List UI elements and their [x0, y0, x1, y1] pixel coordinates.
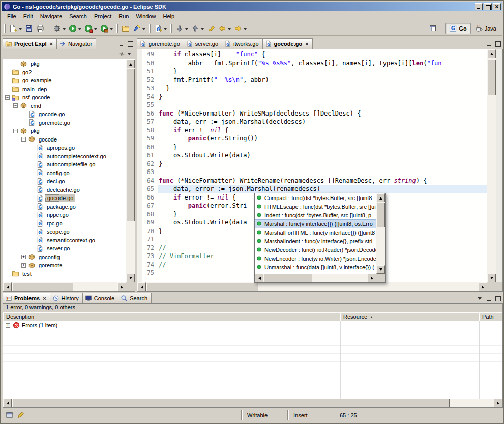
- perspective-go[interactable]: Go: [445, 23, 470, 34]
- code-line-50[interactable]: 50 abbr = fmt.Sprintf("%s %s%s", classes…: [137, 59, 487, 68]
- view-tab-search[interactable]: Search: [118, 293, 152, 303]
- problems-horizontal-scrollbar[interactable]: [3, 399, 502, 407]
- tree-item-apropos-go[interactable]: apropos.go: [3, 144, 126, 152]
- close-icon[interactable]: ×: [43, 296, 46, 301]
- close-button[interactable]: [493, 3, 501, 10]
- back-button[interactable]: [217, 23, 232, 34]
- scroll-right-button[interactable]: [494, 399, 502, 407]
- last-edit-button[interactable]: [206, 23, 216, 34]
- tree-item-config-go[interactable]: config.go: [3, 169, 126, 178]
- tree-item-nsf-gocode[interactable]: −nsf-gocode: [3, 93, 126, 102]
- tree-item-semanticcontext-go[interactable]: semanticcontext.go: [3, 236, 126, 245]
- expander-minus-icon[interactable]: −: [13, 129, 18, 133]
- tree-item-go2[interactable]: go2: [3, 68, 126, 77]
- menu-edit[interactable]: Edit: [20, 12, 37, 21]
- minimize-view-button[interactable]: [117, 40, 125, 47]
- forward-button[interactable]: [233, 23, 248, 34]
- explorer-tab-navigator[interactable]: Navigator: [56, 38, 96, 49]
- code-line-62[interactable]: 62}: [137, 160, 487, 168]
- menu-project[interactable]: Project: [91, 12, 115, 21]
- tree-item-ripper-go[interactable]: ripper.go: [3, 211, 126, 219]
- code-line-55[interactable]: 55: [137, 101, 487, 109]
- link-editor-button[interactable]: [117, 50, 126, 58]
- code-line-64[interactable]: 64func (*NiceFormatter) WriteRename(rena…: [137, 177, 487, 185]
- scroll-left-button[interactable]: [255, 274, 263, 282]
- scroll-up-button[interactable]: [376, 193, 385, 202]
- open-perspective-button[interactable]: [428, 23, 438, 34]
- dropdown-arrow-icon[interactable]: [110, 28, 113, 32]
- scroll-right-button[interactable]: [117, 282, 126, 291]
- new-wizard-button[interactable]: [8, 23, 23, 34]
- autocomplete-item[interactable]: Indent : func(dst *bytes.Buffer, src []u…: [255, 211, 376, 219]
- code-line-54[interactable]: 54}: [137, 93, 487, 101]
- open-folder-button[interactable]: [121, 23, 131, 34]
- expander-plus-icon[interactable]: +: [6, 323, 10, 328]
- scrollbar-thumb[interactable]: [126, 69, 135, 221]
- code-line-52[interactable]: 52 fmt.Printf(" %s\n", abbr): [137, 76, 487, 84]
- view-tab-console[interactable]: Console: [82, 293, 118, 303]
- dropdown-arrow-icon[interactable]: [142, 28, 145, 32]
- debug-config-button[interactable]: [52, 23, 67, 34]
- tree-item-goremote[interactable]: +goremote: [3, 261, 126, 270]
- autocomplete-vertical-scrollbar[interactable]: [376, 193, 385, 274]
- tree-item-package-go[interactable]: package.go: [3, 203, 126, 211]
- autocomplete-item[interactable]: MarshalForHTML : func(v interface{}) ([]…: [255, 228, 376, 237]
- code-line-58[interactable]: 58 if err != nil {: [137, 126, 487, 135]
- autocomplete-item[interactable]: HTMLEscape : func(dst *bytes.Buffer, src…: [255, 202, 376, 211]
- code-line-60[interactable]: 60 }: [137, 143, 487, 152]
- run-button[interactable]: [68, 23, 82, 34]
- explorer-horizontal-scrollbar[interactable]: [3, 282, 126, 291]
- autocomplete-item[interactable]: Unmarshal : func(data []uint8, v interfa…: [255, 263, 376, 271]
- dropdown-arrow-icon[interactable]: [78, 28, 81, 32]
- scroll-left-button[interactable]: [3, 399, 12, 407]
- problems-row[interactable]: +Errors (1 item): [3, 321, 502, 329]
- minimize-editor-button[interactable]: [485, 40, 493, 47]
- close-icon[interactable]: ×: [305, 41, 308, 46]
- menu-window[interactable]: Window: [132, 12, 159, 21]
- expander-minus-icon[interactable]: −: [13, 103, 18, 108]
- new-go-file-button[interactable]: [153, 23, 168, 34]
- expander-minus-icon[interactable]: −: [5, 95, 10, 100]
- code-line-65[interactable]: 65 data, error := json.Marshal(renamedes…: [137, 185, 487, 193]
- tree-item-gocode[interactable]: −gocode: [3, 135, 126, 144]
- maximize-view-button[interactable]: [126, 40, 134, 47]
- dropdown-arrow-icon[interactable]: [228, 28, 231, 32]
- scroll-right-button[interactable]: [479, 282, 487, 291]
- scroll-left-button[interactable]: [3, 282, 12, 291]
- view-menu-button[interactable]: [476, 295, 484, 302]
- next-annotation-button[interactable]: [174, 23, 189, 34]
- dropdown-arrow-icon[interactable]: [185, 28, 188, 32]
- dropdown-arrow-icon[interactable]: [94, 28, 97, 32]
- tree-item-cmd[interactable]: −cmd: [3, 102, 126, 110]
- tree-item-pkg[interactable]: −pkg: [3, 127, 126, 135]
- perspective-java[interactable]: Java: [471, 23, 500, 34]
- scroll-down-button[interactable]: [126, 274, 135, 282]
- print-button[interactable]: [35, 23, 45, 34]
- dropdown-arrow-icon[interactable]: [63, 28, 66, 32]
- tree-item-decl-go[interactable]: decl.go: [3, 177, 126, 186]
- code-line-56[interactable]: 56func (*NiceFormatter) WriteSMap(declde…: [137, 109, 487, 118]
- run-last-button[interactable]: [83, 23, 98, 34]
- code-line-61[interactable]: 61 os.Stdout.Write(data): [137, 151, 487, 160]
- view-menu-icon[interactable]: [128, 53, 131, 57]
- expander-plus-icon[interactable]: +: [21, 263, 26, 268]
- menu-help[interactable]: Help: [160, 12, 179, 21]
- tree-item-server-go[interactable]: server.go: [3, 244, 126, 253]
- autocomplete-item[interactable]: NewDecoder : func(r io.Reader) *json.Dec…: [255, 245, 376, 254]
- column-header-resource[interactable]: Resource▲: [340, 312, 479, 321]
- scrollbar-thumb[interactable]: [146, 282, 258, 291]
- scrollbar-thumb[interactable]: [12, 282, 73, 291]
- menu-search[interactable]: Search: [66, 12, 91, 21]
- column-header-path[interactable]: Path: [479, 312, 502, 321]
- tree-item-rpc-go[interactable]: rpc.go: [3, 219, 126, 228]
- scrollbar-thumb[interactable]: [12, 399, 450, 407]
- scroll-up-button[interactable]: [487, 49, 496, 58]
- tree-item-scope-go[interactable]: scope.go: [3, 228, 126, 236]
- restore-button[interactable]: [484, 3, 492, 10]
- code-line-57[interactable]: 57 data, err := json.Marshal(decldescs): [137, 118, 487, 126]
- menu-file[interactable]: File: [4, 12, 20, 21]
- tree-item-goconfig[interactable]: +goconfig: [3, 253, 126, 262]
- editor-tab-itworks-go[interactable]: itworks.go: [222, 38, 263, 49]
- scrollbar-thumb[interactable]: [487, 60, 496, 95]
- tree-item-main-dep[interactable]: main_dep: [3, 85, 126, 94]
